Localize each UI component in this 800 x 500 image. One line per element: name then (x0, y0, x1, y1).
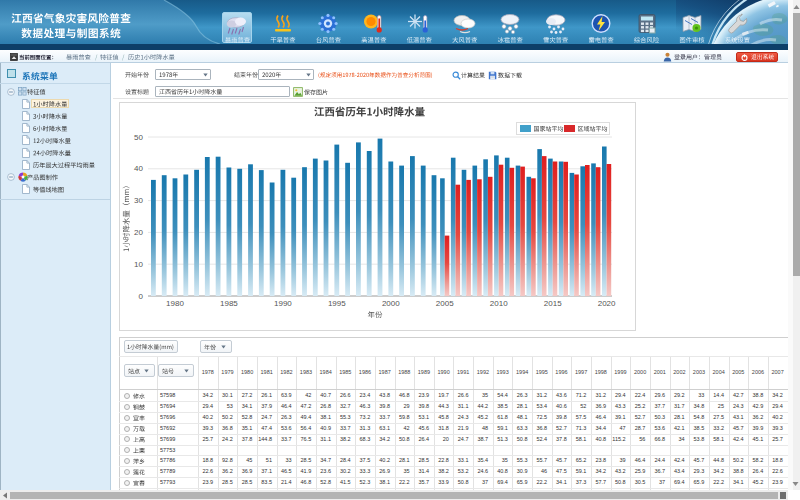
svg-text:50: 50 (134, 133, 143, 142)
svg-text:2020: 2020 (598, 299, 616, 308)
svg-text:1980: 1980 (166, 299, 184, 308)
svg-text:1985: 1985 (220, 299, 238, 308)
svg-text:2015: 2015 (544, 299, 562, 308)
svg-text:30: 30 (134, 196, 143, 205)
svg-text:2005: 2005 (436, 299, 454, 308)
svg-text:1990: 1990 (274, 299, 292, 308)
svg-text:1995: 1995 (328, 299, 346, 308)
svg-text:2010: 2010 (490, 299, 508, 308)
svg-text:40: 40 (134, 164, 143, 173)
svg-text:20: 20 (134, 228, 143, 237)
svg-text:2000: 2000 (382, 299, 400, 308)
svg-text:10: 10 (134, 260, 143, 269)
svg-text:0: 0 (139, 292, 144, 301)
